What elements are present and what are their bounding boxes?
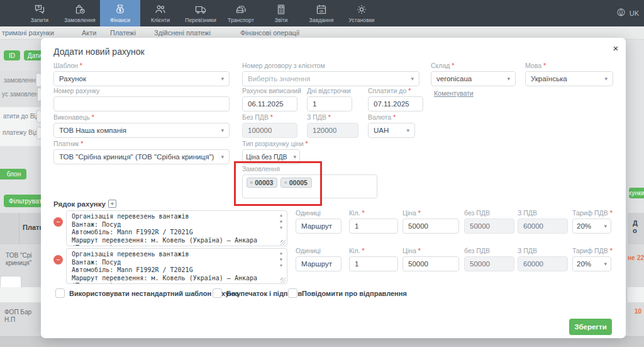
table-row[interactable] (628, 244, 644, 287)
warehouse-select[interactable]: veronicaua ▾ (431, 71, 516, 86)
field-template: Шаблон Рахунок ▾ (53, 62, 230, 86)
chevron-down-icon: ▾ (604, 223, 607, 229)
vat-select[interactable]: 20% ▾ (572, 219, 611, 234)
save-button[interactable]: Зберегти (569, 319, 612, 335)
chevron-down-icon: ▾ (221, 127, 224, 134)
field-label: Виконавець (53, 113, 230, 121)
calculator-icon (275, 3, 287, 16)
nav-item-settings[interactable]: Установки (341, 0, 382, 26)
nav-label: Запити (31, 17, 48, 23)
remove-line-button[interactable]: − (53, 255, 63, 265)
units-input[interactable] (296, 219, 341, 234)
field-price-type: Тип розрахунку ціни Ціна без ПДВ ▾ (242, 140, 300, 164)
field-executor: Виконавець ТОВ Наша компанія ▾ (53, 113, 230, 138)
minus-icon: − (56, 218, 60, 225)
checkbox-label: Повідомити про відправлення (302, 290, 407, 297)
delay-days-input[interactable] (307, 96, 352, 111)
field-label: Дні відстрочки (307, 87, 352, 94)
field-gross: З ПДВ 60000 (518, 209, 568, 234)
executor-select[interactable]: ТОВ Наша компанія ▾ (53, 123, 230, 138)
plus-icon: + (110, 200, 114, 207)
subtab-financial-operations[interactable]: Фінансові операції (240, 29, 299, 37)
template-select[interactable]: Рахунок ▾ (53, 71, 230, 86)
price-input[interactable] (402, 256, 459, 271)
nav-item-finances[interactable]: Фінанси (100, 0, 140, 26)
remove-line-button[interactable]: − (53, 217, 63, 227)
tag-remove-icon[interactable]: × (250, 179, 253, 186)
language-select[interactable]: Українська ▾ (525, 71, 613, 86)
table-cell-fragment: не (628, 254, 635, 261)
total-gross-input: 120000 (307, 123, 358, 138)
payer-select[interactable]: ТОВ "Срібна криниця" (ТОВ "Срібна криниц… (53, 149, 230, 164)
scroll-up-icon[interactable]: ▲ (279, 251, 284, 256)
scroll-thumb-icon[interactable]: ● (280, 257, 283, 262)
line-section-label: Рядок рахунку (53, 200, 106, 208)
app-window: Запити Замовлення Фінанси Клієнти Переві… (0, 0, 644, 347)
close-icon[interactable]: × (610, 43, 621, 54)
chevron-down-icon: ▾ (604, 261, 607, 267)
table-row[interactable] (628, 302, 644, 335)
language-switcher[interactable]: UK (616, 0, 639, 26)
vat-select[interactable]: 20% ▾ (572, 256, 611, 271)
issued-date-input[interactable] (242, 96, 297, 111)
field-language: Мова Українська ▾ (525, 62, 613, 86)
scroll-up-icon[interactable]: ▲ (279, 213, 284, 218)
field-currency: Валюта UAH ▾ (368, 113, 415, 138)
currency-select[interactable]: UAH ▾ (368, 123, 415, 138)
field-label: Мова (525, 62, 613, 69)
chevron-down-icon: ▾ (406, 127, 409, 134)
comment-link[interactable]: Коментувати (434, 89, 474, 97)
checkbox-nonstandard-template[interactable] (55, 288, 65, 298)
qty-input[interactable] (349, 256, 398, 271)
subtab-received-invoices[interactable]: тримані рахунки (2, 29, 54, 37)
field-gross: З ПДВ 60000 (518, 247, 568, 271)
id-filter-button[interactable]: ID (4, 50, 20, 60)
checkbox-notify-sending[interactable] (288, 288, 297, 298)
qty-input[interactable] (349, 219, 398, 234)
checkbox-no-stamps[interactable] (213, 288, 222, 298)
add-invoice-modal: Додати новий рахунок × Шаблон Рахунок ▾ … (41, 38, 626, 338)
textarea-scrollbar[interactable]: ▲ ● ▼ (277, 213, 285, 230)
field-invoice-number: Номер рахунку (53, 87, 230, 111)
scroll-down-icon[interactable]: ▼ (279, 225, 284, 230)
subtab-made-payments[interactable]: Здійснені платежі (154, 29, 211, 37)
resize-handle[interactable] (280, 240, 286, 245)
units-input[interactable] (296, 256, 341, 271)
scroll-thumb-icon[interactable]: ● (280, 219, 283, 224)
price-type-select[interactable]: Ціна без ПДВ ▾ (242, 149, 300, 164)
nav-item-reports[interactable]: Звіти (261, 0, 301, 26)
nav-item-requests[interactable]: Запити (19, 0, 60, 26)
nav-item-orders[interactable]: Замовлення (60, 0, 100, 26)
price-input[interactable] (402, 219, 459, 234)
chevron-down-icon: ▾ (293, 154, 296, 160)
chat-bubbles-icon (33, 3, 46, 16)
line-description-textarea[interactable]: Організація перевезень вантажів Вантаж: … (66, 210, 287, 246)
scroll-down-icon[interactable]: ▼ (279, 263, 284, 268)
field-label: Тип розрахунку ціни (242, 140, 300, 147)
top-navigation: Запити Замовлення Фінанси Клієнти Переві… (0, 0, 644, 26)
contract-select[interactable]: Виберіть значення ▾ (242, 71, 419, 86)
nav-item-carriers[interactable]: Перевізники (180, 0, 221, 26)
template-button-fragment[interactable]: блон (0, 169, 26, 179)
nav-item-tasks[interactable]: 06 Завдання (301, 0, 341, 26)
nav-label: Звіти (275, 17, 288, 23)
net-input: 50000 (464, 256, 514, 271)
orders-tags-input[interactable]: × 00003 × 00005 (242, 174, 377, 198)
add-line-button[interactable]: + (108, 200, 116, 208)
table-row[interactable] (628, 287, 644, 302)
tag-remove-icon[interactable]: × (284, 179, 287, 186)
invoice-number-input[interactable] (53, 96, 230, 111)
invoices-button-fragment[interactable]: хунки (629, 188, 644, 198)
subtab-acts[interactable]: Акти (82, 29, 96, 37)
nav-item-clients[interactable]: Клієнти (140, 0, 180, 26)
textarea-scrollbar[interactable]: ▲ ● ▼ (277, 251, 285, 268)
truck-icon (194, 3, 207, 16)
nav-label: Фінанси (110, 17, 130, 23)
nav-item-transport[interactable]: Транспорт (221, 0, 261, 26)
field-label: Платник (53, 140, 230, 147)
line-description-textarea[interactable]: Організація перевезень вантажів Вантаж: … (66, 248, 287, 284)
pay-until-date-input[interactable] (368, 96, 423, 111)
resize-handle[interactable] (280, 278, 286, 283)
table-row[interactable] (0, 287, 42, 302)
subtab-payments[interactable]: Платежі (110, 29, 136, 37)
